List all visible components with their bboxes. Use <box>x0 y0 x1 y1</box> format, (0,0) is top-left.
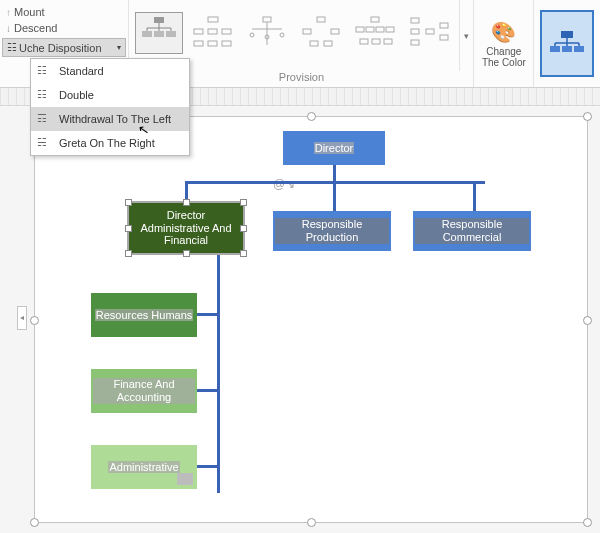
svg-rect-42 <box>550 46 560 52</box>
svg-rect-30 <box>376 27 384 32</box>
svg-rect-27 <box>371 17 379 22</box>
dd-item-withdrawal-left[interactable]: ☶ Withdrawal To The Left <box>31 107 189 131</box>
chevron-down-icon: ▾ <box>117 43 121 52</box>
layout-standard-icon: ☷ <box>37 64 47 77</box>
dd-item-standard[interactable]: ☷ Standard <box>31 59 189 83</box>
node-label: Resources Humans <box>95 309 194 322</box>
dd-label: Greta On The Right <box>59 137 155 149</box>
smartart-canvas[interactable]: @↘ Director Director Administrative And … <box>34 116 588 523</box>
canvas-wrap: ◂ @↘ Director Director Administrative An… <box>20 110 590 525</box>
node-label: Finance And Accounting <box>93 378 195 403</box>
node-daf-selected[interactable]: Director Administrative And Financial <box>127 201 245 255</box>
resize-handle[interactable] <box>240 225 247 232</box>
svg-rect-37 <box>411 40 419 45</box>
change-color-button[interactable]: 🎨 Change The Color <box>474 0 534 87</box>
node-finance[interactable]: Finance And Accounting <box>91 369 197 413</box>
node-production[interactable]: Responsible Production <box>273 211 391 251</box>
disposition-label: Uche Disposition <box>19 42 102 54</box>
node-hr[interactable]: Resources Humans <box>91 293 197 337</box>
svg-rect-2 <box>154 31 164 37</box>
descend-button[interactable]: ↓ Descend <box>2 20 126 36</box>
layout-thumb-6[interactable] <box>405 12 453 54</box>
connector <box>195 465 217 468</box>
svg-rect-1 <box>142 31 152 37</box>
resize-handle[interactable] <box>583 112 592 121</box>
disposition-dropdown-button[interactable]: ☷ Uche Disposition ▾ <box>2 38 126 57</box>
svg-rect-38 <box>426 29 434 34</box>
connector <box>473 181 476 211</box>
svg-rect-25 <box>310 41 318 46</box>
arrow-down-icon: ↓ <box>6 23 11 34</box>
mount-button[interactable]: ↑ Mount <box>2 4 126 20</box>
svg-rect-36 <box>411 29 419 34</box>
resize-handle[interactable] <box>125 250 132 257</box>
svg-rect-39 <box>440 23 448 28</box>
layout-gallery-more[interactable]: ▾ <box>459 0 473 71</box>
layout-thumb-2[interactable] <box>189 12 237 54</box>
svg-rect-41 <box>561 31 573 38</box>
resize-handle[interactable] <box>307 112 316 121</box>
connector <box>333 181 336 211</box>
svg-point-21 <box>280 33 284 37</box>
layout-right-icon: ☵ <box>37 136 47 149</box>
anchor-icon: @↘ <box>273 177 295 191</box>
change-color-label: Change The Color <box>476 46 531 68</box>
dd-item-double[interactable]: ☷ Double <box>31 83 189 107</box>
layout-thumb-4[interactable] <box>297 12 345 54</box>
resize-handle[interactable] <box>583 518 592 527</box>
node-label: Director Administrative And Financial <box>131 209 241 247</box>
smartart-style-thumb[interactable] <box>540 10 594 77</box>
resize-handle[interactable] <box>30 518 39 527</box>
dd-label: Double <box>59 89 94 101</box>
dd-item-greta-right[interactable]: ☵ Greta On The Right <box>31 131 189 155</box>
svg-rect-34 <box>384 39 392 44</box>
node-label: Administrative <box>108 461 179 474</box>
svg-rect-10 <box>194 29 203 34</box>
dd-label: Withdrawal To The Left <box>59 113 171 125</box>
svg-rect-43 <box>562 46 572 52</box>
svg-rect-23 <box>303 29 311 34</box>
connector <box>195 389 217 392</box>
svg-rect-0 <box>154 17 164 23</box>
disposition-icon: ☷ <box>7 41 17 54</box>
connector <box>217 255 220 493</box>
node-label: Responsible Commercial <box>415 218 529 243</box>
connector <box>195 313 217 316</box>
node-director[interactable]: Director <box>283 131 385 165</box>
node-label: Responsible Production <box>275 218 389 243</box>
layout-thumb-5[interactable] <box>351 12 399 54</box>
node-label: Director <box>314 142 355 155</box>
resize-handle[interactable] <box>30 316 39 325</box>
connector <box>333 165 336 181</box>
layout-left-icon: ☶ <box>37 112 47 125</box>
layout-thumb-3[interactable] <box>243 12 291 54</box>
overflow-indicator <box>177 473 193 485</box>
layout-thumb-1[interactable] <box>135 12 183 54</box>
resize-handle[interactable] <box>183 199 190 206</box>
resize-handle[interactable] <box>125 225 132 232</box>
smartart-text-pane-toggle[interactable]: ◂ <box>17 306 27 330</box>
svg-rect-9 <box>208 17 218 22</box>
svg-rect-22 <box>317 17 325 22</box>
layout-gallery[interactable] <box>129 0 459 62</box>
dd-label: Standard <box>59 65 104 77</box>
svg-rect-26 <box>324 41 332 46</box>
resize-handle[interactable] <box>240 199 247 206</box>
svg-rect-44 <box>574 46 584 52</box>
svg-rect-40 <box>440 35 448 40</box>
resize-handle[interactable] <box>583 316 592 325</box>
resize-handle[interactable] <box>183 250 190 257</box>
connector <box>185 181 188 201</box>
svg-rect-28 <box>356 27 364 32</box>
node-admin[interactable]: Administrative <box>91 445 197 489</box>
svg-point-19 <box>250 33 254 37</box>
resize-handle[interactable] <box>125 199 132 206</box>
resize-handle[interactable] <box>307 518 316 527</box>
resize-handle[interactable] <box>240 250 247 257</box>
descend-label: Descend <box>14 22 57 34</box>
svg-rect-33 <box>372 39 380 44</box>
node-commercial[interactable]: Responsible Commercial <box>413 211 531 251</box>
mount-label: Mount <box>14 6 45 18</box>
svg-rect-3 <box>166 31 176 37</box>
layout-double-icon: ☷ <box>37 88 47 101</box>
